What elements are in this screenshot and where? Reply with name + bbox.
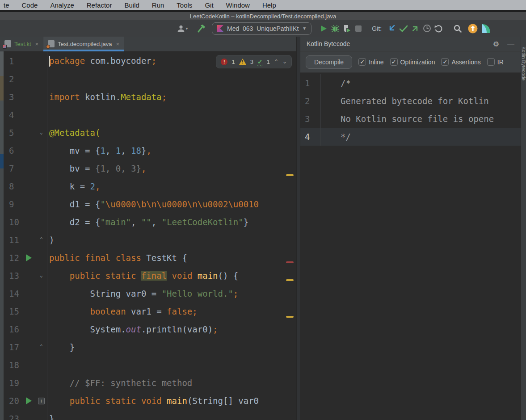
tab-test-decompiled-java[interactable]: Test.decompiled.java× [43, 37, 124, 51]
fold-start-icon[interactable]: ⌄ [38, 129, 45, 136]
code-text: mv = {1, 1, 18}, [47, 146, 296, 155]
code-line-11[interactable]: 11⌃) [4, 231, 296, 249]
fold-expand-icon[interactable]: + [38, 398, 45, 404]
error-stripe-mark[interactable] [286, 174, 294, 176]
code-line-15[interactable]: 15 boolean var1 = false; [4, 302, 296, 320]
search-icon[interactable] [452, 23, 463, 34]
push-button[interactable] [409, 23, 421, 34]
menu-item-te[interactable]: te [4, 1, 9, 9]
partial-toolbar-icon[interactable] [480, 23, 491, 34]
fold-start-icon[interactable]: ⌄ [38, 272, 45, 279]
error-stripe-mark[interactable] [286, 261, 294, 263]
code-line-14[interactable]: 14 String var0 = "Hello world."; [4, 285, 296, 302]
code-text: System.out.println(var0); [47, 324, 296, 334]
run-with-coverage-button[interactable] [341, 23, 353, 34]
line-number: 2 [300, 96, 313, 106]
checkbox-box[interactable]: ✓ [358, 58, 366, 66]
code-line-17[interactable]: 17⌃ } [4, 338, 296, 356]
run-line-icon[interactable] [26, 254, 32, 261]
bytecode-line-3[interactable]: 3No Kotlin source file is opene [300, 110, 521, 128]
error-stripe-mark[interactable] [286, 316, 294, 318]
menu-item-window[interactable]: Window [226, 1, 250, 9]
error-stripe-mark[interactable] [286, 279, 294, 281]
menu-item-run[interactable]: Run [152, 1, 164, 9]
code-token: , [121, 146, 131, 155]
gear-icon[interactable]: ⚙ [493, 40, 499, 48]
line-number: 12 [4, 253, 21, 263]
code-line-6[interactable]: 6 mv = {1, 1, 18}, [4, 142, 296, 160]
commit-button[interactable] [398, 23, 409, 34]
rollback-icon[interactable] [433, 23, 444, 34]
code-line-5[interactable]: 5⌄@Metadata( [4, 124, 296, 142]
history-clock-icon[interactable] [421, 23, 433, 34]
close-icon[interactable]: × [116, 41, 120, 47]
code-line-3[interactable]: 3import kotlin.Metadata; [4, 88, 296, 106]
code-token: } [244, 217, 248, 227]
checkbox-inline[interactable]: ✓Inline [358, 58, 383, 66]
menu-item-git[interactable]: Git [205, 1, 213, 9]
code-line-2[interactable]: 2 [4, 70, 296, 88]
tab-test-kt[interactable]: Test.kt× [0, 37, 43, 51]
menu-item-build[interactable]: Build [124, 1, 139, 9]
code-line-20[interactable]: 20+ public static void main(String[] var… [4, 392, 296, 410]
code-line-18[interactable]: 18 [4, 356, 296, 374]
code-token: {1, 0, 3} [95, 164, 141, 173]
toolwindow-stripe[interactable]: Kotlin Bytecode [521, 37, 526, 420]
user-avatar-icon[interactable]: ▾ [177, 23, 188, 34]
bytecode-line-2[interactable]: 2Generated bytecode for Kotlin [300, 92, 521, 110]
code-editor[interactable]: ! 1 3 ✓ 1 ⌃ ⌄ 1package com.boycoder;23im… [4, 51, 296, 420]
menu-item-analyze[interactable]: Analyze [50, 1, 74, 9]
minimize-icon[interactable]: — [507, 40, 514, 48]
code-line-23[interactable]: 23} [4, 410, 296, 420]
run-configuration-select[interactable]: Med_063_UniquePathIIKt ▼ [212, 22, 311, 35]
menu-item-code[interactable]: Code [22, 1, 38, 9]
code-token: mv = { [49, 146, 100, 155]
line-number: 19 [4, 378, 21, 388]
close-icon[interactable]: × [35, 41, 39, 47]
code-token: final [141, 271, 167, 281]
code-token: var1 = [126, 307, 167, 316]
panel-toolbar: Decompile ✓Inline✓Optimization✓Assertion… [300, 51, 521, 73]
code-line-16[interactable]: 16 System.out.println(var0); [4, 320, 296, 338]
run-line-icon[interactable] [26, 397, 32, 404]
stop-button[interactable] [353, 23, 364, 34]
checkbox-box[interactable] [487, 58, 495, 66]
checkbox-optimization[interactable]: ✓Optimization [390, 58, 435, 66]
bytecode-line-4[interactable]: 4*/ [300, 128, 521, 146]
fold-end-icon[interactable]: ⌃ [38, 344, 45, 351]
ide-update-icon[interactable] [467, 23, 479, 34]
code-line-19[interactable]: 19 // $FF: synthetic method [4, 374, 296, 392]
decompile-button[interactable]: Decompile [306, 55, 352, 69]
debug-button[interactable] [329, 23, 341, 34]
run-button[interactable] [318, 23, 329, 34]
code-line-12[interactable]: 12public final class TestKt { [4, 249, 296, 267]
code-line-8[interactable]: 8 k = 2, [4, 177, 296, 195]
checkbox-box[interactable]: ✓ [390, 58, 398, 66]
checkbox-box[interactable]: ✓ [441, 58, 449, 66]
fold-end-icon[interactable]: ⌃ [38, 236, 45, 244]
code-line-9[interactable]: 9 d1 = {"\u0000\b\n\u0000\n\u0002\u0010 [4, 195, 296, 213]
menu-item-help[interactable]: Help [262, 1, 276, 9]
code-text: k = 2, [47, 181, 296, 191]
build-hammer-icon[interactable] [196, 23, 207, 34]
bytecode-line-1[interactable]: 1/* [300, 74, 521, 92]
code-line-4[interactable]: 4 [4, 106, 296, 124]
code-token [49, 307, 90, 316]
line-number: 11 [4, 235, 21, 245]
code-line-10[interactable]: 10 d2 = {"main", "", "LeetCodeKotlin"} [4, 213, 296, 231]
update-project-button[interactable] [386, 23, 398, 34]
code-token: 18 [131, 146, 141, 155]
code-token: , [131, 217, 141, 227]
menu-item-tools[interactable]: Tools [177, 1, 192, 9]
code-line-13[interactable]: 13⌄ public static final void main() { [4, 267, 296, 285]
menu-item-refactor[interactable]: Refactor [87, 1, 112, 9]
checkbox-assertions[interactable]: ✓Assertions [441, 58, 480, 66]
stripe-tab-kotlin-bytecode[interactable]: Kotlin Bytecode [521, 46, 526, 80]
code-line-7[interactable]: 7 bv = {1, 0, 3}, [4, 160, 296, 177]
code-token: public static void [70, 396, 167, 406]
bytecode-viewer[interactable]: 1/*2Generated bytecode for Kotlin3No Kot… [300, 73, 521, 420]
code-token: (String[] var0 [187, 396, 259, 406]
checkbox-ir[interactable]: IR [487, 58, 504, 66]
editor-splitter[interactable] [296, 37, 300, 420]
code-token: ) [49, 235, 54, 245]
